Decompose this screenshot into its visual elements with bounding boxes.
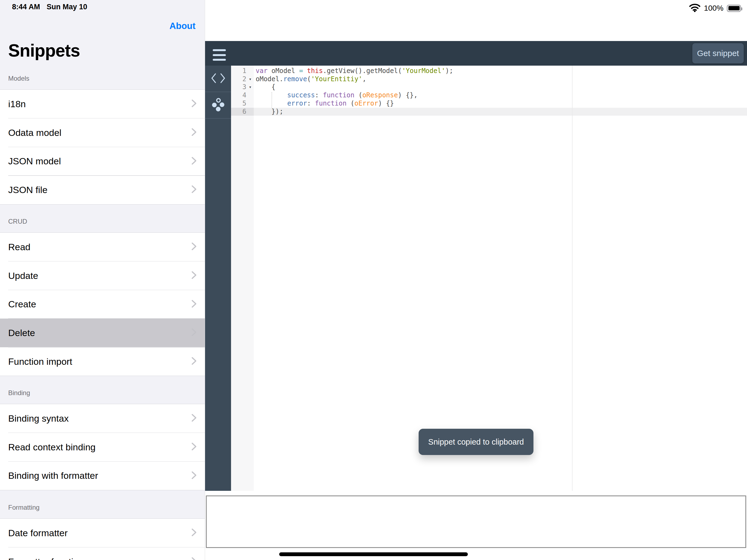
section-header: CRUD	[8, 218, 205, 225]
chevron-right-icon	[191, 470, 197, 482]
sidebar-item-label: JSON file	[8, 184, 191, 195]
chevron-right-icon	[191, 556, 197, 560]
sidebar-item-date-formatter[interactable]: Date formatter	[0, 519, 205, 548]
sidebar-item-function-import[interactable]: Function import	[0, 347, 205, 376]
sidebar-item-formatter-function[interactable]: Formatter function	[0, 548, 205, 560]
sidebar-item-label: i18n	[8, 99, 191, 109]
hamburger-icon	[213, 49, 226, 51]
fold-arrow-icon[interactable]: ▾	[247, 83, 254, 91]
sidebar-item-binding-syntax[interactable]: Binding syntax	[0, 404, 205, 433]
sidebar-item-json-file[interactable]: JSON file	[0, 176, 205, 204]
sidebar-item-label: Create	[8, 299, 191, 309]
sidebar-section-models: Modelsi18nOdata modelJSON modelJSON file	[0, 75, 205, 205]
code-line-6[interactable]: 6 });	[231, 108, 747, 116]
page-title: Snippets	[8, 41, 80, 61]
sidebar-item-create[interactable]: Create	[0, 290, 205, 319]
sidebar-item-binding-with-formatter[interactable]: Binding with formatter	[0, 461, 205, 490]
about-link[interactable]: About	[170, 21, 196, 31]
status-time: 8:44 AM	[12, 3, 40, 11]
code-text: {	[256, 83, 275, 91]
line-number: 2	[231, 75, 247, 83]
home-indicator[interactable]	[279, 552, 468, 556]
editor-toolbar-rail	[205, 66, 231, 491]
sidebar-group: i18nOdata modelJSON modelJSON file	[0, 90, 205, 205]
status-bar-right: 100%	[689, 3, 741, 13]
sidebar-group: ReadUpdateCreateDeleteFunction import	[0, 232, 205, 376]
editor-gutter	[231, 66, 254, 491]
line-number: 1	[231, 67, 247, 75]
chevron-right-icon	[191, 127, 197, 138]
chevron-right-icon	[191, 356, 197, 367]
code-line-1[interactable]: 1var oModel = this.getView().getModel('Y…	[231, 67, 747, 75]
code-text: error: function (oError) {}	[256, 100, 394, 108]
sidebar-section-formatting: FormattingDate formatterFormatter functi…	[0, 504, 205, 560]
sidebar-item-label: Binding syntax	[8, 413, 191, 424]
chevron-right-icon	[191, 270, 197, 281]
sidebar-item-label: Formatter function	[8, 556, 191, 560]
sidebar-item-read-context-binding[interactable]: Read context binding	[0, 433, 205, 462]
code-editor[interactable]: 1var oModel = this.getView().getModel('Y…	[231, 66, 747, 491]
screen: 8:44 AM Sun May 10 100% About Snippets M…	[0, 0, 747, 560]
line-number: 6	[231, 108, 247, 116]
code-text: oModel.remove('YourEntitiy',	[256, 75, 366, 83]
line-number: 3	[231, 83, 247, 91]
get-snippet-button[interactable]: Get snippet	[692, 43, 744, 63]
sidebar-item-json-model[interactable]: JSON model	[0, 147, 205, 176]
column-ruler	[572, 66, 572, 491]
ui5-dots-button[interactable]	[205, 92, 231, 119]
code-text: var oModel = this.getView().getModel('Yo…	[256, 67, 453, 75]
sidebar-item-label: Binding with formatter	[8, 470, 191, 481]
sidebar-item-delete[interactable]: Delete	[0, 319, 205, 347]
sidebar-item-label: Function import	[8, 356, 191, 367]
hamburger-menu-button[interactable]	[213, 49, 226, 61]
sidebar-item-read[interactable]: Read	[0, 233, 205, 261]
status-date: Sun May 10	[47, 3, 87, 11]
code-line-5[interactable]: 5 error: function (oError) {}	[231, 100, 747, 108]
sidebar-item-label: Odata model	[8, 127, 191, 138]
chevron-right-icon	[191, 98, 197, 110]
chevron-right-icon	[191, 527, 197, 539]
chevron-right-icon	[191, 327, 197, 338]
sidebar-item-label: Delete	[8, 328, 191, 338]
section-header: Formatting	[8, 504, 205, 511]
chevron-right-icon	[191, 241, 197, 253]
fold-arrow-icon[interactable]: ▾	[247, 75, 254, 83]
sidebar-section-crud: CRUDReadUpdateCreateDeleteFunction impor…	[0, 218, 205, 376]
code-view-button[interactable]	[205, 66, 231, 92]
section-header: Models	[8, 75, 205, 82]
chevron-right-icon	[191, 441, 197, 453]
sidebar-section-binding: BindingBinding syntaxRead context bindin…	[0, 389, 205, 490]
main-top-strip	[205, 0, 747, 41]
sidebar-item-label: Date formatter	[8, 528, 191, 538]
toast-notification: Snippet copied to clipboard	[419, 429, 534, 455]
sidebar-item-label: Update	[8, 271, 191, 281]
chevron-right-icon	[191, 299, 197, 310]
chevron-right-icon	[191, 413, 197, 424]
wifi-icon	[689, 3, 700, 13]
battery-full-icon	[727, 5, 741, 12]
sidebar-item-label: Read	[8, 242, 191, 252]
chevron-right-icon	[191, 184, 197, 196]
section-header: Binding	[8, 389, 205, 397]
code-text: success: function (oResponse) {},	[256, 91, 417, 100]
battery-percent: 100%	[704, 4, 723, 12]
sidebar-item-i18n[interactable]: i18n	[0, 90, 205, 119]
code-line-2[interactable]: 2▾oModel.remove('YourEntitiy',	[231, 75, 747, 83]
bottom-banner-container	[206, 495, 746, 548]
status-bar-left: 8:44 AM Sun May 10	[12, 3, 87, 11]
sidebar-item-label: Read context binding	[8, 442, 191, 453]
code-line-4[interactable]: 4 success: function (oResponse) {},	[231, 91, 747, 100]
sidebar-item-label: JSON model	[8, 156, 191, 167]
code-text: });	[256, 108, 283, 116]
sidebar: About Snippets Modelsi18nOdata modelJSON…	[0, 0, 205, 560]
sidebar-group: Date formatterFormatter function	[0, 518, 205, 560]
code-line-3[interactable]: 3▾ {	[231, 83, 747, 91]
code-icon	[210, 73, 226, 85]
line-number: 5	[231, 100, 247, 108]
dots-diamond-icon	[211, 98, 225, 113]
chevron-right-icon	[191, 156, 197, 167]
sidebar-item-odata-model[interactable]: Odata model	[0, 119, 205, 147]
line-number: 4	[231, 91, 247, 100]
editor-header: Get snippet	[205, 41, 747, 66]
sidebar-item-update[interactable]: Update	[0, 261, 205, 290]
